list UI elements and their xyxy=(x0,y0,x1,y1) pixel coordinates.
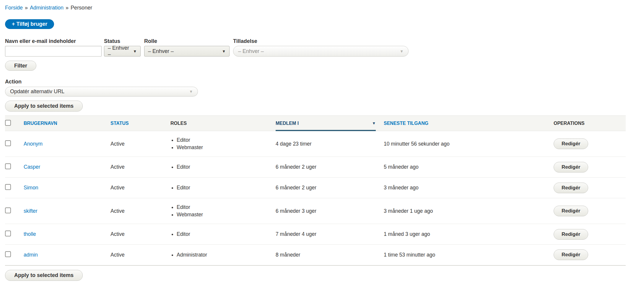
action-select-value: Opdatér alternativ URL xyxy=(10,88,64,95)
roles-list: Administrator xyxy=(170,252,276,258)
user-link[interactable]: Casper xyxy=(24,164,40,170)
table-row: Simon Active Editor 6 måneder 2 uger 3 m… xyxy=(5,178,626,198)
member-for-cell: 6 måneder 3 uger xyxy=(276,208,316,214)
last-access-cell: 1 måned 3 uger ago xyxy=(384,231,430,237)
filter-bar: Navn eller e-mail indeholder Status – En… xyxy=(5,38,644,57)
status-cell: Active xyxy=(110,252,125,258)
people-admin-page: Forside»Administration»Personer + Tilføj… xyxy=(0,0,644,281)
sort-header-member-for[interactable]: MEDLEM I ▼ xyxy=(276,116,384,131)
edit-button[interactable]: Redigér xyxy=(554,249,588,260)
chevron-down-icon: ▼ xyxy=(400,49,404,54)
user-table-body: Anonym Active EditorWebmaster 4 dage 23 … xyxy=(5,131,626,265)
breadcrumb-link-forside[interactable]: Forside xyxy=(5,5,23,11)
member-for-cell: 7 måneder 4 uger xyxy=(276,231,316,237)
roles-list: Editor xyxy=(170,185,276,191)
table-row: skifter Active EditorWebmaster 6 måneder… xyxy=(5,198,626,224)
permission-filter-select[interactable]: – Enhver – ▼ xyxy=(233,46,409,57)
status-filter-select[interactable]: – Enhver – ▼ xyxy=(104,46,141,57)
header-member-for-label: MEDLEM I xyxy=(276,121,299,126)
status-cell: Active xyxy=(110,231,125,237)
sort-desc-icon: ▼ xyxy=(372,121,376,125)
last-access-cell: 1 time 53 minutter ago xyxy=(384,252,435,258)
status-filter-label: Status xyxy=(104,38,141,44)
breadcrumb-link-administration[interactable]: Administration xyxy=(30,5,64,11)
role-item: Editor xyxy=(177,204,276,210)
chevron-down-icon: ▼ xyxy=(133,49,137,54)
table-row: admin Active Administrator 8 måneder 1 t… xyxy=(5,245,626,265)
member-for-cell: 8 måneder xyxy=(276,252,300,258)
sort-header-status[interactable]: STATUS xyxy=(110,121,129,126)
edit-button[interactable]: Redigér xyxy=(554,183,588,193)
breadcrumb: Forside»Administration»Personer xyxy=(5,4,644,11)
member-for-cell: 6 måneder 2 uger xyxy=(276,164,316,170)
roles-list: EditorWebmaster xyxy=(170,137,276,151)
edit-button[interactable]: Redigér xyxy=(554,229,588,240)
status-filter-value: – Enhver – xyxy=(108,45,130,57)
status-cell: Active xyxy=(110,185,125,191)
select-all-checkbox[interactable] xyxy=(5,120,11,126)
chevron-down-icon: ▼ xyxy=(189,89,193,94)
edit-button[interactable]: Redigér xyxy=(554,206,588,216)
action-select[interactable]: Opdatér alternativ URL ▼ xyxy=(5,87,198,96)
edit-button[interactable]: Redigér xyxy=(554,138,588,149)
status-cell: Active xyxy=(110,141,125,147)
sort-header-last-access[interactable]: SENESTE TILGANG xyxy=(384,121,428,126)
role-item: Editor xyxy=(177,137,276,143)
apply-button-top[interactable]: Apply to selected items xyxy=(5,101,83,112)
user-link[interactable]: Anonym xyxy=(24,141,43,147)
last-access-cell: 10 minutter 56 sekunder ago xyxy=(384,141,450,147)
role-item: Editor xyxy=(177,185,276,191)
permission-filter-value: – Enhver – xyxy=(238,48,264,54)
role-item: Editor xyxy=(177,164,276,170)
user-link[interactable]: tholle xyxy=(24,231,36,237)
last-access-cell: 5 måneder ago xyxy=(384,164,419,170)
name-filter-label: Navn eller e-mail indeholder xyxy=(5,38,102,44)
name-filter-input[interactable] xyxy=(5,46,102,57)
row-checkbox[interactable] xyxy=(5,231,11,236)
user-link[interactable]: skifter xyxy=(24,208,38,214)
header-roles: ROLES xyxy=(170,121,187,126)
role-filter-select[interactable]: – Enhver – ▼ xyxy=(144,46,230,57)
users-table: BRUGERNAVN STATUS ROLES MEDLEM I ▼ SENES… xyxy=(5,115,626,266)
last-access-cell: 3 måneder ago xyxy=(384,185,419,191)
breadcrumb-separator: » xyxy=(23,5,30,11)
breadcrumb-current-page: Personer xyxy=(71,5,92,11)
filter-button[interactable]: Filter xyxy=(5,61,36,71)
roles-list: Editor xyxy=(170,164,276,170)
apply-button-bottom[interactable]: Apply to selected items xyxy=(5,270,83,281)
role-filter-value: – Enhver – xyxy=(148,48,174,54)
chevron-down-icon: ▼ xyxy=(222,49,226,54)
status-cell: Active xyxy=(110,164,125,170)
role-item: Editor xyxy=(177,231,276,237)
table-row: Casper Active Editor 6 måneder 2 uger 5 … xyxy=(5,157,626,178)
role-item: Administrator xyxy=(177,252,276,258)
row-checkbox[interactable] xyxy=(5,184,11,190)
permission-filter-label: Tilladelse xyxy=(233,38,409,44)
roles-list: EditorWebmaster xyxy=(170,204,276,218)
last-access-cell: 3 måneder 1 uge ago xyxy=(384,208,433,214)
edit-button[interactable]: Redigér xyxy=(554,162,588,173)
table-row: tholle Active Editor 7 måneder 4 uger 1 … xyxy=(5,224,626,245)
row-checkbox[interactable] xyxy=(5,140,11,146)
user-link[interactable]: Simon xyxy=(24,185,38,191)
roles-list: Editor xyxy=(170,231,276,237)
role-item: Webmaster xyxy=(177,212,276,218)
active-sort-underline xyxy=(276,130,376,131)
user-link[interactable]: admin xyxy=(24,252,38,258)
status-cell: Active xyxy=(110,208,125,214)
member-for-cell: 4 dage 23 timer xyxy=(276,141,312,147)
table-header-row: BRUGERNAVN STATUS ROLES MEDLEM I ▼ SENES… xyxy=(5,116,626,131)
add-user-button[interactable]: + Tilføj bruger xyxy=(5,19,54,29)
row-checkbox[interactable] xyxy=(5,207,11,213)
table-row: Anonym Active EditorWebmaster 4 dage 23 … xyxy=(5,131,626,157)
sort-header-username[interactable]: BRUGERNAVN xyxy=(24,121,57,126)
header-operations: OPERATIONS xyxy=(554,121,585,126)
action-label: Action xyxy=(5,78,644,85)
row-checkbox[interactable] xyxy=(5,251,11,257)
row-checkbox[interactable] xyxy=(5,163,11,169)
role-filter-label: Rolle xyxy=(144,38,230,44)
breadcrumb-separator: » xyxy=(64,5,71,11)
member-for-cell: 6 måneder 2 uger xyxy=(276,185,316,191)
role-item: Webmaster xyxy=(177,144,276,151)
